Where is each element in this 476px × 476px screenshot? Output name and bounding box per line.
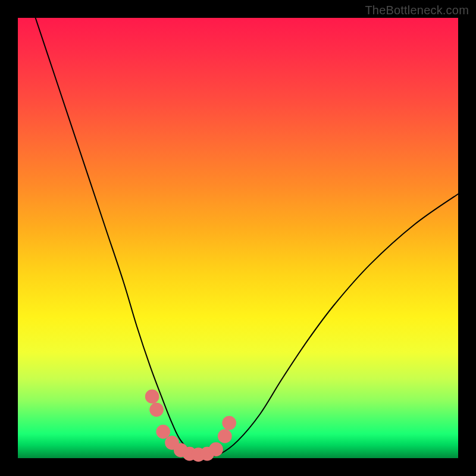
trough-marker <box>209 442 223 456</box>
trough-marker <box>145 390 159 404</box>
trough-markers <box>145 390 236 462</box>
trough-marker <box>222 416 236 430</box>
trough-marker <box>218 429 232 443</box>
trough-marker <box>149 403 164 417</box>
trough-marker <box>156 425 170 439</box>
chart-frame: TheBottleneck.com <box>0 0 476 476</box>
curve-svg <box>18 18 458 458</box>
watermark-text: TheBottleneck.com <box>365 4 469 17</box>
plot-area <box>18 18 458 458</box>
bottleneck-curve <box>36 18 458 456</box>
